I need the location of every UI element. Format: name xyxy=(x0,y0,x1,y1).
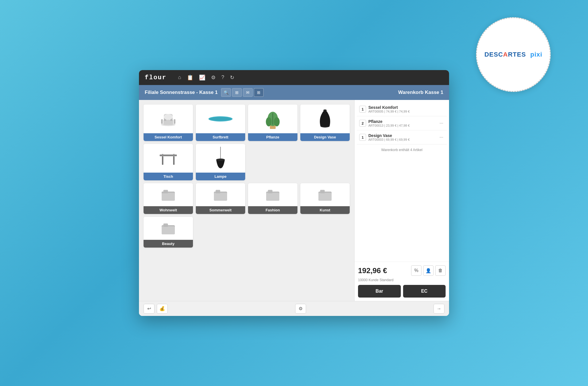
svg-rect-19 xyxy=(162,156,163,165)
folder-kunst-icon xyxy=(318,188,332,202)
product-label-sessel: Sessel Komfort xyxy=(144,133,193,141)
svg-rect-31 xyxy=(214,193,227,201)
plant-svg xyxy=(264,107,281,130)
svg-rect-39 xyxy=(318,193,332,201)
product-sessel-komfort[interactable]: Sessel Komfort xyxy=(144,105,193,141)
email-button[interactable]: ✉ xyxy=(243,88,253,97)
folder-fashion-icon xyxy=(266,188,280,202)
product-design-vase[interactable]: Design Vase xyxy=(300,105,350,141)
category-wohnwelt[interactable]: Wohnwelt xyxy=(144,183,193,214)
cart-price-row: 192,96 € % 👤 🗑 xyxy=(358,265,446,276)
product-surfbrett[interactable]: Surfbrett xyxy=(196,105,245,141)
svg-rect-7 xyxy=(174,119,175,124)
descartes-pixi-logo: DESCARTES pixi xyxy=(476,17,551,92)
nav-bar: flour ⌂ 📋 📈 ⚙ ? ↻ xyxy=(139,70,449,85)
logout-button[interactable]: → xyxy=(434,304,444,314)
category-image-kunst xyxy=(300,183,350,206)
lamp-svg xyxy=(212,145,229,171)
home-icon[interactable]: ⌂ xyxy=(178,74,181,81)
product-label-surfbrett: Surfbrett xyxy=(196,133,245,141)
svg-point-9 xyxy=(210,117,231,121)
product-pflanze[interactable]: Pflanze xyxy=(248,105,297,141)
category-grid: Wohnwelt Sommerwelt xyxy=(144,183,350,214)
category-label-beauty: Beauty xyxy=(144,240,193,248)
pay-ec-button[interactable]: EC xyxy=(403,285,446,298)
product-label-lampe: Lampe xyxy=(196,173,245,180)
product-label-pflanze: Pflanze xyxy=(248,133,297,141)
cart-item-2: 2 Pflanze ART00013 | 23,99 € | 47,98 € ·… xyxy=(357,116,447,130)
category-image-wohnwelt xyxy=(144,183,193,206)
cart-bottom: 192,96 € % 👤 🗑 10000 Kunde Standard Bar … xyxy=(355,262,449,301)
delete-button[interactable]: 🗑 xyxy=(435,265,446,276)
svg-point-5 xyxy=(164,114,173,120)
cart-panel: 1 Sessel Komfort ART00005 | 74,99 € | 74… xyxy=(354,100,449,301)
search-button[interactable]: 🔍 xyxy=(221,88,231,97)
svg-rect-35 xyxy=(266,193,279,201)
cart-item-1: 1 Sessel Komfort ART00005 | 74,99 € | 74… xyxy=(357,102,447,116)
category-image-sommerwelt xyxy=(196,183,245,206)
history-button[interactable]: ↩ xyxy=(144,304,154,314)
nav-icons: ⌂ 📋 📈 ⚙ ? ↻ xyxy=(178,74,234,81)
empty-cell-1 xyxy=(248,144,297,180)
svg-point-24 xyxy=(216,159,225,161)
svg-rect-43 xyxy=(162,226,175,234)
surfboard-svg xyxy=(208,115,233,123)
category-sommerwelt[interactable]: Sommerwelt xyxy=(196,183,245,214)
product-lampe[interactable]: Lampe xyxy=(196,144,245,180)
cart-item-sku-1: ART00005 | 74,99 € | 74,99 € xyxy=(368,110,444,113)
cart-item-more-3[interactable]: ··· xyxy=(438,134,444,141)
empty-cell-2 xyxy=(300,144,350,180)
cart-item-sku-2: ART00013 | 23,99 € | 47,98 € xyxy=(368,124,436,127)
cart-item-info-1: Sessel Komfort ART00005 | 74,99 € | 74,9… xyxy=(368,105,444,113)
product-label-vase: Design Vase xyxy=(300,133,350,141)
svg-rect-20 xyxy=(173,156,175,165)
empty-beauty-4 xyxy=(300,217,350,248)
category-label-kunst: Kunst xyxy=(300,206,350,214)
category-kunst[interactable]: Kunst xyxy=(300,183,350,214)
grid-view-button[interactable]: ⊞ xyxy=(232,88,242,97)
sub-bar-icons: 🔍 ⊞ ✉ ⊞ xyxy=(221,88,264,97)
category-fashion[interactable]: Fashion xyxy=(248,183,297,214)
app-logo: flour xyxy=(145,74,167,81)
category-image-fashion xyxy=(248,183,297,206)
pos-button[interactable]: ⊞ xyxy=(254,88,264,97)
cart-item-name-3: Design Vase xyxy=(368,133,436,138)
pixi-text: pixi xyxy=(530,51,542,58)
category-label-fashion: Fashion xyxy=(248,206,297,214)
category-label-wohnwelt: Wohnwelt xyxy=(144,206,193,214)
category-beauty[interactable]: Beauty xyxy=(144,217,193,248)
customer-button[interactable]: 👤 xyxy=(423,265,434,276)
product-image-lampe xyxy=(196,144,245,173)
help-icon[interactable]: ? xyxy=(221,74,224,81)
cash-button[interactable]: 💰 xyxy=(157,304,168,314)
discount-button[interactable]: % xyxy=(411,265,421,276)
cart-pay-buttons: Bar EC xyxy=(358,285,446,298)
cart-item-more-2[interactable]: ··· xyxy=(438,119,444,127)
pay-bar-button[interactable]: Bar xyxy=(358,285,401,298)
cart-item-info-3: Design Vase ART00003 | 69,99 € | 69,99 € xyxy=(368,133,436,141)
clipboard-icon[interactable]: 📋 xyxy=(187,74,193,81)
folder-wohnwelt-icon xyxy=(161,188,175,202)
branch-title: Filiale Sonnenstrasse - Kasse 1 xyxy=(145,90,218,95)
svg-rect-22 xyxy=(173,154,175,155)
svg-rect-41 xyxy=(320,191,325,193)
folder-beauty-icon xyxy=(161,221,175,236)
chair-svg xyxy=(158,109,178,129)
footer-bar: ↩ 💰 ⚙ → xyxy=(139,301,449,316)
refresh-icon[interactable]: ↻ xyxy=(230,74,234,81)
sub-bar: Filiale Sonnenstrasse - Kasse 1 🔍 ⊞ ✉ ⊞ … xyxy=(139,85,449,100)
svg-rect-45 xyxy=(163,225,168,227)
cart-customer: 10000 Kunde Standard xyxy=(358,278,446,282)
cart-item-qty-1: 1 xyxy=(359,106,366,113)
footer-settings-button[interactable]: ⚙ xyxy=(295,304,306,314)
product-area: Sessel Komfort Surfbrett xyxy=(139,100,354,301)
main-content: Sessel Komfort Surfbrett xyxy=(139,100,449,301)
cart-item-info-2: Pflanze ART00013 | 23,99 € | 47,98 € xyxy=(368,119,436,127)
cart-total-price: 192,96 € xyxy=(358,266,387,275)
chart-icon[interactable]: 📈 xyxy=(199,74,205,81)
settings-icon[interactable]: ⚙ xyxy=(211,74,216,81)
product-tisch[interactable]: Tisch xyxy=(144,144,193,180)
empty-beauty-2 xyxy=(196,217,245,248)
app-window: flour ⌂ 📋 📈 ⚙ ? ↻ Filiale Sonnenstrasse … xyxy=(139,70,449,316)
cart-item-3: 1 Design Vase ART00003 | 69,99 € | 69,99… xyxy=(357,130,447,144)
